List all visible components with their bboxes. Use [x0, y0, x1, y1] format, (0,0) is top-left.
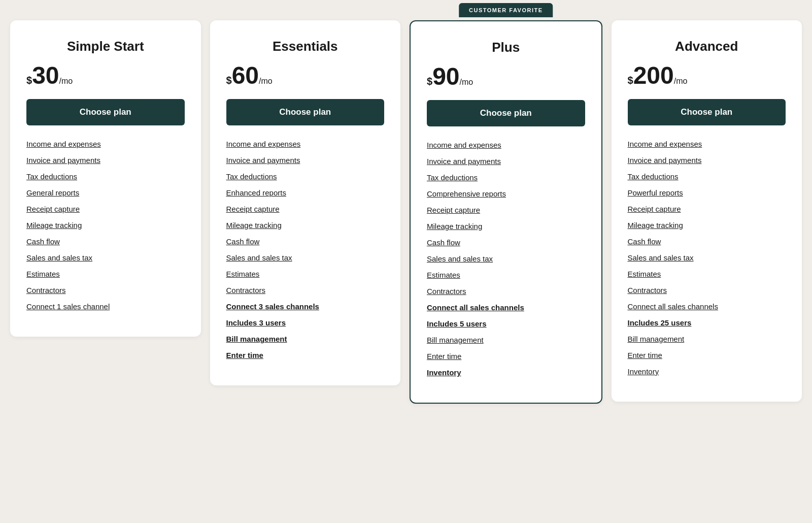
- feature-link-plus-13[interactable]: Enter time: [427, 352, 461, 361]
- choose-plan-button-essentials[interactable]: Choose plan: [226, 99, 385, 125]
- plan-title-plus: Plus: [427, 40, 585, 55]
- plan-card-plus: CUSTOMER FAVORITEPlus $ 90 /mo Choose pl…: [410, 20, 602, 404]
- feature-link-essentials-11[interactable]: Includes 3 users: [226, 318, 286, 327]
- feature-item-plus-6: Cash flow: [427, 238, 585, 247]
- feature-link-plus-11[interactable]: Includes 5 users: [427, 319, 487, 328]
- feature-item-advanced-12: Bill management: [628, 335, 786, 344]
- feature-link-essentials-9[interactable]: Contractors: [226, 286, 266, 295]
- feature-link-essentials-10[interactable]: Connect 3 sales channels: [226, 302, 319, 311]
- feature-item-advanced-3: Powerful reports: [628, 188, 786, 198]
- feature-item-simple-start-5: Mileage tracking: [26, 221, 185, 230]
- price-amount-essentials: 60: [232, 63, 259, 88]
- feature-link-advanced-5[interactable]: Mileage tracking: [628, 221, 683, 230]
- feature-link-plus-1[interactable]: Invoice and payments: [427, 157, 501, 166]
- feature-link-plus-10[interactable]: Connect all sales channels: [427, 303, 524, 312]
- feature-link-plus-6[interactable]: Cash flow: [427, 238, 460, 247]
- feature-link-plus-8[interactable]: Estimates: [427, 271, 460, 279]
- feature-link-plus-12[interactable]: Bill management: [427, 336, 484, 344]
- feature-item-plus-4: Receipt capture: [427, 206, 585, 215]
- feature-link-simple-start-4[interactable]: Receipt capture: [26, 205, 80, 213]
- feature-link-essentials-1[interactable]: Invoice and payments: [226, 156, 300, 165]
- feature-item-essentials-11: Includes 3 users: [226, 318, 385, 328]
- feature-item-essentials-10: Connect 3 sales channels: [226, 302, 385, 311]
- feature-item-plus-5: Mileage tracking: [427, 222, 585, 231]
- feature-link-simple-start-5[interactable]: Mileage tracking: [26, 221, 82, 230]
- feature-link-advanced-9[interactable]: Contractors: [628, 286, 667, 295]
- feature-link-simple-start-8[interactable]: Estimates: [26, 270, 60, 278]
- feature-link-essentials-6[interactable]: Cash flow: [226, 237, 260, 246]
- feature-item-plus-7: Sales and sales tax: [427, 254, 585, 264]
- feature-link-simple-start-6[interactable]: Cash flow: [26, 237, 60, 246]
- feature-item-plus-2: Tax deductions: [427, 173, 585, 182]
- feature-item-advanced-8: Estimates: [628, 270, 786, 279]
- plan-title-simple-start: Simple Start: [26, 39, 185, 54]
- feature-link-advanced-12[interactable]: Bill management: [628, 335, 685, 343]
- feature-link-advanced-11[interactable]: Includes 25 users: [628, 318, 692, 327]
- feature-item-simple-start-2: Tax deductions: [26, 172, 185, 181]
- feature-link-plus-5[interactable]: Mileage tracking: [427, 222, 482, 231]
- feature-link-advanced-14[interactable]: Inventory: [628, 367, 659, 376]
- feature-link-simple-start-9[interactable]: Contractors: [26, 286, 66, 295]
- feature-link-advanced-10[interactable]: Connect all sales channels: [628, 302, 718, 311]
- choose-plan-button-plus[interactable]: Choose plan: [427, 100, 585, 126]
- feature-item-plus-11: Includes 5 users: [427, 319, 585, 329]
- feature-item-essentials-13: Enter time: [226, 351, 385, 360]
- feature-link-essentials-0[interactable]: Income and expenses: [226, 140, 301, 148]
- plan-price-simple-start: $ 30 /mo: [26, 63, 185, 88]
- feature-item-advanced-5: Mileage tracking: [628, 221, 786, 230]
- feature-link-advanced-3[interactable]: Powerful reports: [628, 188, 683, 197]
- price-amount-simple-start: 30: [32, 63, 59, 88]
- choose-plan-button-advanced[interactable]: Choose plan: [628, 99, 786, 125]
- plan-card-advanced: Advanced $ 200 /mo Choose plan Income an…: [612, 20, 802, 402]
- feature-item-essentials-1: Invoice and payments: [226, 156, 385, 165]
- feature-link-essentials-7[interactable]: Sales and sales tax: [226, 253, 292, 262]
- feature-link-advanced-1[interactable]: Invoice and payments: [628, 156, 702, 165]
- feature-link-essentials-5[interactable]: Mileage tracking: [226, 221, 282, 230]
- feature-item-essentials-5: Mileage tracking: [226, 221, 385, 230]
- feature-link-plus-9[interactable]: Contractors: [427, 287, 466, 296]
- feature-link-advanced-6[interactable]: Cash flow: [628, 237, 661, 246]
- features-list-plus: Income and expenses Invoice and payments…: [427, 141, 585, 377]
- feature-item-plus-3: Comprehensive reports: [427, 189, 585, 199]
- feature-link-plus-2[interactable]: Tax deductions: [427, 173, 478, 182]
- feature-link-simple-start-2[interactable]: Tax deductions: [26, 172, 77, 181]
- feature-link-essentials-8[interactable]: Estimates: [226, 270, 260, 278]
- feature-link-simple-start-7[interactable]: Sales and sales tax: [26, 253, 92, 262]
- feature-link-advanced-13[interactable]: Enter time: [628, 351, 662, 359]
- feature-item-advanced-6: Cash flow: [628, 237, 786, 246]
- feature-item-advanced-9: Contractors: [628, 286, 786, 295]
- feature-item-essentials-6: Cash flow: [226, 237, 385, 246]
- feature-link-advanced-8[interactable]: Estimates: [628, 270, 661, 278]
- feature-item-advanced-10: Connect all sales channels: [628, 302, 786, 311]
- feature-link-essentials-12[interactable]: Bill management: [226, 335, 287, 343]
- feature-link-essentials-4[interactable]: Receipt capture: [226, 205, 280, 213]
- feature-link-essentials-13[interactable]: Enter time: [226, 351, 263, 359]
- choose-plan-button-simple-start[interactable]: Choose plan: [26, 99, 185, 125]
- feature-item-simple-start-3: General reports: [26, 188, 185, 198]
- price-period-plus: /mo: [460, 78, 473, 87]
- feature-link-plus-14[interactable]: Inventory: [427, 368, 461, 377]
- feature-link-advanced-4[interactable]: Receipt capture: [628, 205, 681, 213]
- features-list-advanced: Income and expenses Invoice and payments…: [628, 140, 786, 376]
- feature-link-plus-3[interactable]: Comprehensive reports: [427, 189, 506, 198]
- price-dollar-simple-start: $: [26, 75, 32, 86]
- feature-link-advanced-7[interactable]: Sales and sales tax: [628, 253, 694, 262]
- feature-link-plus-0[interactable]: Income and expenses: [427, 141, 501, 149]
- feature-link-plus-7[interactable]: Sales and sales tax: [427, 254, 493, 263]
- feature-link-essentials-3[interactable]: Enhanced reports: [226, 188, 286, 197]
- feature-item-plus-12: Bill management: [427, 336, 585, 345]
- feature-item-advanced-7: Sales and sales tax: [628, 253, 786, 263]
- feature-item-simple-start-0: Income and expenses: [26, 140, 185, 149]
- feature-item-simple-start-4: Receipt capture: [26, 205, 185, 214]
- feature-link-simple-start-10[interactable]: Connect 1 sales channel: [26, 302, 110, 311]
- feature-link-essentials-2[interactable]: Tax deductions: [226, 172, 277, 181]
- price-amount-plus: 90: [432, 64, 459, 89]
- feature-link-advanced-2[interactable]: Tax deductions: [628, 172, 679, 181]
- feature-link-simple-start-1[interactable]: Invoice and payments: [26, 156, 100, 165]
- price-period-advanced: /mo: [674, 77, 688, 86]
- feature-link-simple-start-0[interactable]: Income and expenses: [26, 140, 101, 148]
- feature-item-simple-start-7: Sales and sales tax: [26, 253, 185, 263]
- feature-link-plus-4[interactable]: Receipt capture: [427, 206, 480, 214]
- feature-link-simple-start-3[interactable]: General reports: [26, 188, 79, 197]
- feature-link-advanced-0[interactable]: Income and expenses: [628, 140, 702, 148]
